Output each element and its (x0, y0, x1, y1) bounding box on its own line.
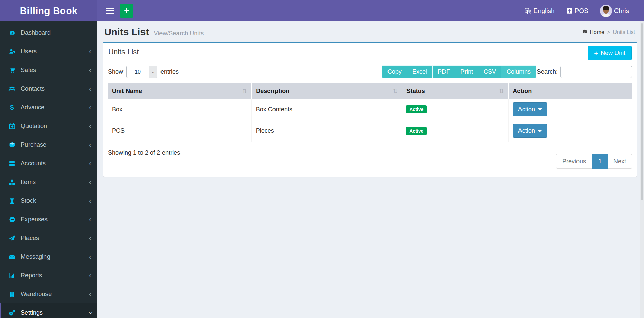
search-label: Search: (537, 68, 558, 75)
columns-button[interactable]: Columns (501, 65, 536, 78)
users-icon (7, 86, 16, 92)
sidebar-menu: Dashboard Users ‹ Sales ‹ Co (0, 21, 97, 318)
quick-add-button[interactable]: + (120, 4, 133, 18)
pos-menu[interactable]: POS (566, 7, 588, 15)
chevron-left-icon: ‹ (89, 104, 91, 111)
table-row: Box Box Contents Active Action (108, 99, 632, 120)
sidebar-item-messaging[interactable]: Messaging ‹ (0, 247, 97, 266)
units-table: Unit Name ⇅ Description ⇅ Status ⇅ (108, 83, 632, 142)
sidebar-item-expenses[interactable]: Expenses ‹ (0, 210, 97, 229)
dashboard-icon (582, 29, 588, 36)
language-label: English (533, 7, 554, 15)
page-length-value: 10 (127, 69, 149, 75)
column-header-unit-name[interactable]: Unit Name ⇅ (108, 83, 251, 99)
cart-icon (7, 67, 16, 73)
sidebar-item-warehouse[interactable]: Warehouse ‹ (0, 285, 97, 303)
action-dropdown-button[interactable]: Action (513, 102, 547, 116)
sidebar-item-settings[interactable]: Settings ‹ (0, 303, 97, 318)
sidebar-item-items[interactable]: Items ‹ (0, 173, 97, 191)
page-length-select[interactable]: 10 ⌄ (126, 66, 157, 78)
user-menu[interactable]: Chris (600, 5, 629, 17)
unit-name-cell: PCS (108, 120, 251, 142)
show-label: Show (108, 68, 123, 75)
breadcrumb-separator: > (607, 29, 610, 35)
new-unit-label: New Unit (601, 50, 625, 57)
cube-icon (7, 142, 16, 148)
sidebar-item-dashboard[interactable]: Dashboard (0, 23, 97, 42)
pdf-button[interactable]: PDF (432, 65, 455, 78)
sort-icon[interactable]: ⇅ (242, 88, 247, 95)
status-badge: Active (406, 105, 427, 113)
page-subtitle: View/Search Units (154, 30, 204, 37)
chevron-left-icon: ‹ (89, 141, 91, 149)
scrollbar-thumb[interactable] (641, 23, 643, 200)
sort-icon[interactable]: ⇅ (499, 88, 504, 95)
column-header-description[interactable]: Description ⇅ (251, 83, 402, 99)
sidebar-item-stock[interactable]: Stock ‹ (0, 191, 97, 210)
sidebar-item-label: Stock (21, 197, 89, 204)
unit-name-cell: Box (108, 99, 251, 120)
page-number-button[interactable]: 1 (592, 154, 608, 169)
chevron-left-icon: ‹ (89, 291, 91, 298)
top-header-bar: Billing Book + A文 English POS (0, 0, 644, 21)
sidebar-item-sales[interactable]: Sales ‹ (0, 61, 97, 79)
sidebar-item-label: Contacts (21, 85, 89, 92)
action-cell: Action (508, 120, 632, 142)
panel-body: Show 10 ⌄ entries Copy Excel PDF Print (103, 65, 637, 177)
dollar-icon: $ (7, 104, 16, 111)
panel-header: Units List + New Unit (103, 43, 637, 62)
search-input[interactable] (560, 66, 632, 78)
sidebar-toggle-button[interactable] (102, 0, 118, 21)
top-nav-strip: + A文 English POS (97, 0, 644, 21)
excel-button[interactable]: Excel (407, 65, 432, 78)
column-header-status[interactable]: Status ⇅ (402, 83, 509, 99)
cubes-icon (7, 179, 16, 186)
chevron-left-icon: ‹ (89, 85, 91, 93)
paper-plane-icon (7, 235, 16, 242)
page-length-control: Show 10 ⌄ entries (108, 66, 179, 78)
app-logo[interactable]: Billing Book (0, 0, 97, 21)
breadcrumb-current: Units List (613, 29, 635, 35)
breadcrumb: Home > Units List (582, 29, 635, 36)
user-plus-icon (7, 48, 16, 55)
gears-icon (7, 309, 16, 316)
csv-button[interactable]: CSV (478, 65, 501, 78)
sidebar-item-label: Quotation (21, 123, 89, 130)
sidebar-item-accounts[interactable]: Accounts ‹ (0, 154, 97, 173)
scrollbar[interactable] (640, 21, 644, 318)
action-dropdown-button[interactable]: Action (513, 124, 547, 138)
sidebar-item-purchase[interactable]: Purchase ‹ (0, 135, 97, 154)
datatable-toolbar: Show 10 ⌄ entries Copy Excel PDF Print (108, 65, 632, 78)
sidebar-item-label: Places (21, 235, 89, 242)
entries-label: entries (160, 68, 179, 75)
breadcrumb-home-link[interactable]: Home (582, 29, 604, 36)
table-footer: Showing 1 to 2 of 2 entries Previous 1 N… (108, 147, 632, 169)
chevron-left-icon: ‹ (89, 67, 91, 74)
chevron-left-icon: ‹ (89, 197, 91, 205)
grid-icon (7, 161, 16, 167)
sidebar-item-reports[interactable]: Reports ‹ (0, 266, 97, 285)
language-menu[interactable]: A文 English (525, 7, 554, 15)
sidebar-item-label: Reports (21, 272, 89, 279)
panel-title: Units List (108, 48, 139, 56)
sidebar-item-quotation[interactable]: Quotation ‹ (0, 117, 97, 135)
new-unit-button[interactable]: + New Unit (588, 46, 632, 60)
sidebar-item-contacts[interactable]: Contacts ‹ (0, 79, 97, 98)
sidebar-item-places[interactable]: Places ‹ (0, 229, 97, 247)
next-page-button[interactable]: Next (608, 154, 632, 169)
table-row: PCS Pieces Active Action (108, 120, 632, 142)
sidebar-item-label: Sales (21, 67, 89, 74)
bar-chart-icon (7, 272, 16, 279)
dashboard-icon (7, 30, 16, 36)
chevron-left-icon: ‹ (89, 272, 91, 279)
sidebar-item-advance[interactable]: $ Advance ‹ (0, 98, 97, 117)
copy-button[interactable]: Copy (382, 65, 407, 78)
chevron-left-icon: ‹ (89, 160, 91, 167)
chevron-down-icon: ‹ (86, 312, 94, 314)
sidebar-item-label: Expenses (21, 216, 89, 223)
sidebar: Dashboard Users ‹ Sales ‹ Co (0, 21, 97, 318)
sort-icon[interactable]: ⇅ (393, 88, 397, 95)
sidebar-item-users[interactable]: Users ‹ (0, 42, 97, 61)
previous-page-button[interactable]: Previous (556, 154, 592, 169)
print-button[interactable]: Print (455, 65, 478, 78)
